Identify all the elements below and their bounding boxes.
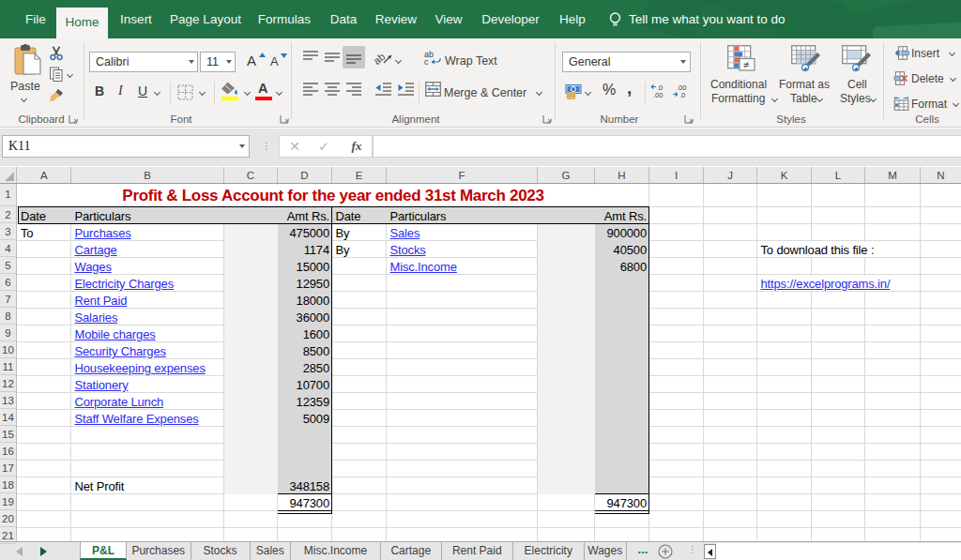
sheet-tab-Purchases[interactable]: Purchases	[127, 542, 191, 560]
sheet-tab-Cartage[interactable]: Cartage	[381, 542, 442, 560]
column-header-M[interactable]: M	[865, 167, 921, 183]
sheet-tab-Misc-Income[interactable]: Misc.Income	[291, 542, 381, 560]
copy-dropdown[interactable]	[67, 71, 73, 78]
row-header-19[interactable]: 19	[0, 494, 16, 510]
cell-D4[interactable]: 1174	[278, 243, 329, 257]
font-name-dropdown[interactable]	[189, 60, 194, 64]
tell-me-box[interactable]: Tell me what you want to do	[629, 0, 786, 38]
number-format-combo[interactable]: General	[562, 52, 691, 72]
cell-A3[interactable]: To	[21, 226, 33, 240]
cell-B9[interactable]: Mobile charges	[75, 327, 156, 341]
column-header-L[interactable]: L	[812, 167, 865, 183]
merge-center-icon[interactable]	[425, 82, 441, 97]
new-sheet-button[interactable]	[658, 544, 673, 559]
cell-A2[interactable]: Date	[21, 209, 46, 223]
font-name-combo[interactable]: Calibri	[89, 52, 198, 72]
paste-dropdown[interactable]	[21, 96, 27, 102]
grow-font-button[interactable]: A	[247, 53, 256, 68]
cell-F2[interactable]: Particulars	[390, 209, 447, 223]
row-header-17[interactable]: 17	[0, 461, 16, 477]
column-header-G[interactable]: G	[538, 167, 595, 183]
cell-H19[interactable]: 947300	[595, 496, 647, 510]
row-header-14[interactable]: 14	[0, 410, 16, 426]
cell-H3[interactable]: 900000	[595, 226, 647, 240]
row-header-7[interactable]: 7	[0, 292, 16, 308]
column-header-D[interactable]: D	[278, 167, 332, 183]
sheet-tab-P&L[interactable]: P&L	[80, 542, 127, 560]
menu-tab-page-layout[interactable]: Page Layout	[170, 0, 241, 38]
delete-cells-dropdown[interactable]	[950, 75, 956, 82]
column-header-C[interactable]: C	[224, 167, 278, 183]
cell-F5[interactable]: Misc.Income	[390, 260, 457, 274]
borders-dropdown[interactable]	[199, 89, 206, 96]
cell-B3[interactable]: Purchases	[75, 226, 131, 240]
number-dialog-launcher[interactable]	[684, 114, 694, 125]
increase-indent-icon[interactable]	[398, 83, 414, 96]
comma-style-button[interactable]: ,	[627, 78, 632, 98]
enter-icon[interactable]: ✓	[315, 135, 332, 158]
cell-B2[interactable]: Particulars	[75, 209, 131, 223]
insert-cells-label[interactable]: Insert	[911, 47, 939, 60]
cell-B13[interactable]: Corporate Lunch	[75, 395, 164, 409]
cell-B7[interactable]: Rent Paid	[75, 294, 128, 308]
cell-D11[interactable]: 2850	[278, 361, 329, 375]
percent-style-button[interactable]: %	[603, 82, 616, 98]
paste-label[interactable]: Paste	[10, 80, 40, 93]
row-header-10[interactable]: 10	[0, 342, 16, 358]
fill-color-icon[interactable]	[221, 82, 241, 101]
copy-icon[interactable]	[49, 67, 64, 82]
format-painter-icon[interactable]	[49, 87, 65, 103]
column-header-N[interactable]: N	[921, 167, 961, 183]
decrease-indent-icon[interactable]	[375, 83, 391, 96]
column-header-J[interactable]: J	[704, 167, 757, 183]
insert-cells-dropdown[interactable]	[949, 50, 955, 56]
cell-D9[interactable]: 1600	[278, 327, 329, 341]
formula-bar-grip[interactable]: ⋮	[262, 135, 269, 158]
italic-button[interactable]: I	[118, 83, 123, 98]
menu-tab-insert[interactable]: Insert	[118, 0, 154, 38]
menu-tab-developer[interactable]: Developer	[480, 0, 542, 38]
fill-color-dropdown[interactable]	[244, 89, 251, 96]
cell-D3[interactable]: 475000	[278, 226, 329, 240]
sheet-tab-Stocks[interactable]: Stocks	[191, 542, 251, 560]
cell-D10[interactable]: 8500	[278, 344, 329, 358]
sheet-nav-left-icon[interactable]	[16, 547, 23, 556]
row-header-16[interactable]: 16	[0, 444, 16, 460]
cell-E2[interactable]: Date	[336, 209, 361, 223]
column-header-F[interactable]: F	[387, 167, 538, 183]
column-header-B[interactable]: B	[71, 167, 224, 183]
cell-D14[interactable]: 5009	[278, 412, 329, 426]
borders-icon[interactable]	[177, 84, 193, 100]
row-header-5[interactable]: 5	[0, 258, 16, 274]
cell-D6[interactable]: 12950	[278, 277, 329, 291]
sheet-tab-Electricity[interactable]: Electricity	[513, 542, 585, 560]
insert-function-icon[interactable]: fx	[348, 135, 365, 158]
cell-F3[interactable]: Sales	[390, 226, 420, 240]
sheet-tabs-overflow[interactable]: ...	[634, 542, 651, 560]
name-box[interactable]: K11	[2, 135, 250, 158]
bottom-align-icon[interactable]	[346, 51, 361, 64]
increase-decimal-icon[interactable]: .0 .00	[650, 83, 669, 98]
name-box-dropdown[interactable]	[239, 144, 245, 148]
cell-H4[interactable]: 40500	[595, 243, 647, 257]
accounting-format-icon[interactable]	[565, 83, 583, 99]
cell-B18[interactable]: Net Profit	[75, 479, 125, 493]
tabbar-grip[interactable]: ⋮	[688, 544, 697, 554]
merge-center-label[interactable]: Merge & Center	[444, 86, 526, 99]
bold-button[interactable]: B	[95, 83, 104, 98]
row-header-20[interactable]: 20	[0, 511, 16, 527]
column-header-A[interactable]: A	[18, 167, 72, 183]
cell-B10[interactable]: Security Charges	[75, 344, 166, 358]
cell-B6[interactable]: Electricity Charges	[75, 277, 175, 291]
format-cells-label[interactable]: Format	[911, 98, 947, 111]
hscroll-left-button[interactable]	[704, 544, 716, 559]
wrap-text-label[interactable]: Wrap Text	[445, 54, 497, 68]
accounting-format-dropdown[interactable]	[585, 89, 591, 96]
hscroll-track[interactable]	[716, 543, 961, 560]
align-center-icon[interactable]	[325, 83, 340, 96]
column-header-I[interactable]: I	[649, 167, 704, 183]
orientation-icon[interactable]: ab	[374, 49, 393, 66]
align-right-icon[interactable]	[346, 83, 361, 96]
sheet-tab-Sales[interactable]: Sales	[251, 542, 292, 560]
menu-tab-file[interactable]: File	[19, 0, 53, 38]
